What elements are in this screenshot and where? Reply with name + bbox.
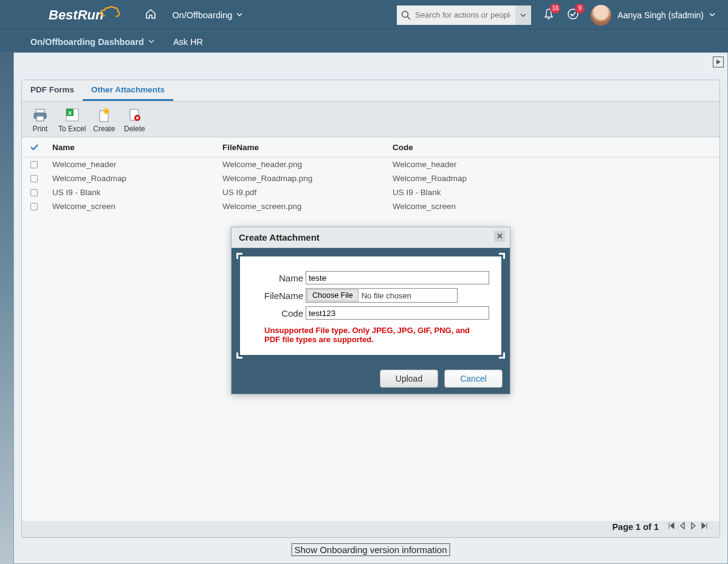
logo: BestRun <box>49 7 120 23</box>
next-page-button[interactable] <box>689 521 698 532</box>
svg-rect-5 <box>36 116 44 121</box>
filename-label: FileName <box>252 291 303 301</box>
to-excel-button[interactable]: X To Excel <box>58 106 86 133</box>
cell-name: Welcome_header <box>46 157 216 172</box>
cancel-button[interactable]: Cancel <box>444 370 503 388</box>
create-icon <box>95 106 112 123</box>
cell-name: Welcome_Roadmap <box>46 171 216 185</box>
cell-code: Welcome_header <box>386 157 719 172</box>
search-input[interactable] <box>397 5 515 25</box>
corner-decoration <box>499 253 505 259</box>
delete-label: Delete <box>124 125 145 133</box>
table-footer: Page 1 of 1 <box>612 521 709 532</box>
subnav-dashboard-label: On/Offboarding Dashboard <box>30 37 144 47</box>
code-input[interactable] <box>306 306 489 320</box>
print-button[interactable]: Print <box>28 106 52 133</box>
notifications-button[interactable]: 16 <box>542 7 555 23</box>
search-input-wrap <box>397 5 515 25</box>
dialog-title-bar: Create Attachment ✕ <box>232 227 510 248</box>
dialog-inner: Name FileName Choose File No file chosen… <box>240 256 501 355</box>
delete-icon <box>126 106 143 123</box>
chevron-down-icon <box>236 10 243 20</box>
todos-button[interactable]: 9 <box>566 7 580 23</box>
cell-filename: Welcome_screen.png <box>216 199 386 213</box>
dialog-footer: Upload Cancel <box>232 363 510 394</box>
last-page-button[interactable] <box>700 521 709 532</box>
prev-page-button[interactable] <box>678 521 687 532</box>
play-button[interactable] <box>713 57 724 67</box>
print-label: Print <box>33 125 48 133</box>
chevron-down-icon <box>148 37 155 47</box>
page-indicator: Page 1 of 1 <box>612 522 659 532</box>
file-input-wrap: Choose File No file chosen <box>306 288 458 303</box>
subnav-ask-hr[interactable]: Ask HR <box>173 37 203 47</box>
to-excel-label: To Excel <box>58 125 86 133</box>
cell-name: US I9 - Blank <box>46 185 216 199</box>
printer-icon <box>32 106 49 123</box>
row-checkbox[interactable] <box>30 189 38 196</box>
cell-name: Welcome_screen <box>46 199 216 213</box>
logo-text: BestRun <box>49 7 103 23</box>
search-icon <box>400 10 411 23</box>
code-label: Code <box>252 308 303 318</box>
todos-badge: 9 <box>575 4 585 13</box>
excel-icon: X <box>64 106 81 123</box>
svg-line-1 <box>408 16 411 19</box>
pager <box>667 521 709 532</box>
table-row[interactable]: US I9 - BlankUS I9.pdfUS I9 - Blank <box>22 185 719 199</box>
cell-code: Welcome_Roadmap <box>386 171 719 185</box>
tab-pdf-forms[interactable]: PDF Forms <box>22 80 83 101</box>
search-dropdown[interactable] <box>515 5 531 25</box>
create-attachment-dialog: Create Attachment ✕ Name FileName Choose… <box>231 227 510 394</box>
create-button[interactable]: Create <box>92 106 116 133</box>
user-name-label: Aanya Singh (sfadmin) <box>617 10 704 20</box>
table-row[interactable]: Welcome_RoadmapWelcome_Roadmap.pngWelcom… <box>22 171 719 185</box>
svg-point-0 <box>402 11 408 17</box>
module-label: On/Offboarding <box>172 10 232 20</box>
table-row[interactable]: Welcome_headerWelcome_header.pngWelcome_… <box>22 157 719 172</box>
table-row[interactable]: Welcome_screenWelcome_screen.pngWelcome_… <box>22 199 719 213</box>
module-dropdown[interactable]: On/Offboarding <box>172 10 243 20</box>
name-input[interactable] <box>306 271 489 284</box>
toolbar: Print X To Excel Create Delete <box>22 101 719 137</box>
attachments-table: Name FileName Code Welcome_headerWelcome… <box>22 137 719 213</box>
column-name[interactable]: Name <box>46 137 216 157</box>
version-info-link[interactable]: Show Onboarding version information <box>292 543 450 556</box>
first-page-button[interactable] <box>667 521 676 532</box>
row-checkbox[interactable] <box>30 203 38 210</box>
close-button[interactable]: ✕ <box>494 231 505 242</box>
dialog-body: Name FileName Choose File No file chosen… <box>232 248 510 363</box>
chevron-down-icon <box>709 10 716 20</box>
tab-strip: PDF Forms Other Attachments <box>22 80 719 101</box>
subnav-dashboard[interactable]: On/Offboarding Dashboard <box>30 37 155 47</box>
delete-button[interactable]: Delete <box>122 106 146 133</box>
avatar[interactable] <box>591 5 611 26</box>
play-icon <box>715 59 721 65</box>
column-code[interactable]: Code <box>386 137 719 157</box>
cell-filename: Welcome_header.png <box>216 157 386 172</box>
row-checkbox[interactable] <box>30 175 38 182</box>
subnav-ask-hr-label: Ask HR <box>173 37 203 47</box>
user-menu[interactable]: Aanya Singh (sfadmin) <box>617 10 716 20</box>
cell-code: US I9 - Blank <box>386 185 719 199</box>
frame-header <box>14 53 727 71</box>
row-checkbox[interactable] <box>30 161 38 168</box>
column-select-all[interactable] <box>22 137 46 157</box>
file-status-label: No file chosen <box>359 289 457 302</box>
cell-code: Welcome_screen <box>386 199 719 213</box>
sub-nav: On/Offboarding Dashboard Ask HR <box>0 30 728 52</box>
home-icon[interactable] <box>145 8 157 22</box>
corner-decoration <box>499 352 505 359</box>
cell-filename: Welcome_Roadmap.png <box>216 171 386 185</box>
tab-other-attachments[interactable]: Other Attachments <box>83 80 173 101</box>
corner-decoration <box>236 253 242 259</box>
cell-filename: US I9.pdf <box>216 185 386 199</box>
main-frame: PDF Forms Other Attachments Print X To E… <box>13 52 728 564</box>
column-filename[interactable]: FileName <box>216 137 386 157</box>
name-label: Name <box>252 273 303 283</box>
svg-text:X: X <box>68 110 72 116</box>
checkmark-icon <box>29 142 39 152</box>
notifications-badge: 16 <box>550 4 560 13</box>
choose-file-button[interactable]: Choose File <box>307 289 359 301</box>
upload-button[interactable]: Upload <box>380 370 438 388</box>
